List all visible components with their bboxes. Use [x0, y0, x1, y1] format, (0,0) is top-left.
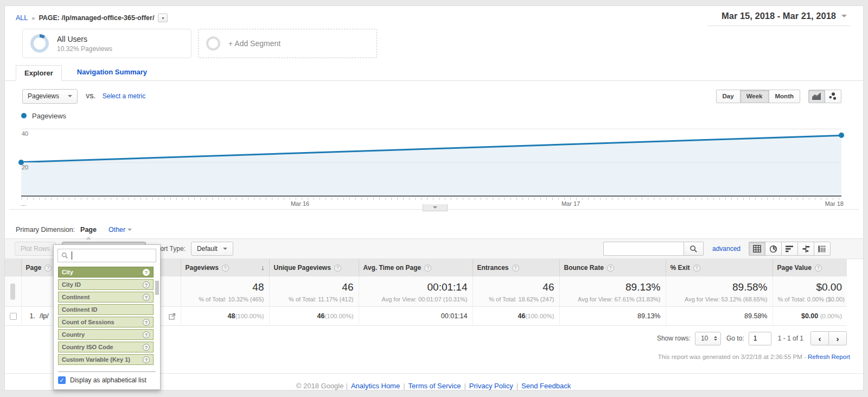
caret-down-icon	[433, 206, 437, 211]
chart-svg	[21, 124, 841, 196]
column-header-avg-time-on-page[interactable]: Avg. Time on Page?	[359, 259, 473, 276]
view-percentage-button[interactable]	[765, 242, 782, 256]
sort-desc-icon[interactable]: ↓	[261, 263, 265, 272]
row-checkbox[interactable]	[10, 313, 17, 320]
footer-link-feedback[interactable]: Send Feedback	[521, 382, 571, 390]
page-range-text: 1 - 1 of 1	[778, 335, 803, 342]
view-pivot-button[interactable]	[814, 242, 831, 256]
dimension-item-country[interactable]: Country ?	[58, 329, 154, 340]
x-label-mar17: Mar 17	[561, 200, 580, 207]
sort-type-dropdown[interactable]: Default	[191, 242, 233, 256]
prev-page-button[interactable]: ‹	[810, 331, 829, 345]
x-axis-ticks	[21, 198, 841, 200]
goto-page-input[interactable]	[749, 332, 771, 345]
column-header-page-value[interactable]: Page Value?	[773, 259, 847, 276]
data-point-dot[interactable]	[839, 133, 844, 138]
date-range-selector[interactable]: Mar 15, 2018 - Mar 21, 2018	[707, 10, 850, 26]
show-rows-value: 10	[701, 335, 708, 342]
help-icon[interactable]: ?	[607, 264, 614, 272]
column-header-pageviews[interactable]: Pageviews? ↓	[181, 259, 269, 276]
segment-all-users[interactable]: All Users 10.32% Pageviews	[22, 29, 192, 58]
column-header-entrances[interactable]: Entrances?	[473, 259, 559, 276]
data-point-dot[interactable]	[18, 160, 24, 165]
dimension-item-country-iso-code[interactable]: Country ISO Code ?	[58, 342, 154, 352]
add-segment-button[interactable]: + Add Segment	[198, 29, 377, 58]
next-page-button[interactable]: ›	[828, 331, 847, 345]
chart-collapse-handle[interactable]	[423, 204, 448, 211]
help-icon[interactable]: ?	[143, 356, 150, 363]
summary-sub: % of Total: 18.62% (247)	[478, 296, 554, 303]
line-chart-button[interactable]	[808, 90, 825, 103]
date-range-text: Mar 15, 2018 - Mar 21, 2018	[722, 11, 836, 21]
granularity-month-button[interactable]: Month	[769, 90, 800, 103]
dimension-item-city-id[interactable]: City ID ?	[58, 279, 154, 290]
metric-dropdown[interactable]: Pageviews	[22, 89, 78, 104]
column-header-pct-exit[interactable]: % Exit?	[666, 259, 773, 276]
page-path-link[interactable]: /lp/	[40, 312, 49, 320]
footer-link-privacy[interactable]: Privacy Policy	[469, 382, 513, 390]
table-search-input[interactable]	[603, 242, 684, 256]
footer-link-analytics-home[interactable]: Analytics Home	[351, 382, 400, 390]
breadcrumb-all-link[interactable]: ALL	[16, 14, 28, 22]
column-header-bounce-rate[interactable]: Bounce Rate?	[559, 259, 666, 276]
search-icon	[690, 245, 698, 253]
summary-pageviews: 48 % of Total: 10.32% (465)	[181, 276, 269, 307]
motion-chart-button[interactable]	[825, 90, 841, 103]
help-icon[interactable]: ?	[143, 344, 150, 351]
show-rows-select[interactable]: 10	[695, 332, 721, 345]
alphabetical-list-option[interactable]: ✓ Display as alphabetical list	[54, 372, 160, 389]
dimension-item-count-of-sessions[interactable]: Count of Sessions ?	[58, 317, 154, 327]
granularity-week-button[interactable]: Week	[740, 90, 769, 103]
open-page-external-icon[interactable]	[169, 313, 176, 320]
help-icon[interactable]: ?	[143, 269, 150, 276]
tab-explorer[interactable]: Explorer	[16, 65, 62, 81]
granularity-day-button[interactable]: Day	[716, 90, 741, 103]
segment-donut-icon	[30, 34, 49, 53]
column-header-unique-pageviews[interactable]: Unique Pageviews?	[269, 259, 359, 276]
help-icon[interactable]: ?	[44, 264, 52, 272]
footer-link-terms[interactable]: Terms of Service	[409, 382, 461, 390]
dimension-search-box[interactable]	[58, 249, 156, 262]
dimension-item-city[interactable]: City ?	[58, 267, 154, 278]
dimension-item-label: Country ISO Code	[62, 344, 113, 350]
summary-avg-time: 00:01:14 Avg for View: 00:01:07 (10.31%)	[359, 276, 473, 307]
plot-rows-button[interactable]: Plot Rows	[15, 242, 56, 256]
row-unique-pageviews: 46(100.00%)	[269, 307, 359, 326]
dimension-item-custom-variable-key1[interactable]: Custom Variable (Key 1) ?	[58, 354, 154, 365]
help-icon[interactable]: ?	[424, 264, 431, 272]
help-icon[interactable]: ?	[693, 264, 700, 272]
dropdown-scrollbar[interactable]	[155, 281, 159, 295]
help-icon[interactable]: ?	[143, 319, 150, 326]
checked-checkbox[interactable]: ✓	[58, 376, 66, 384]
help-icon[interactable]: ?	[143, 294, 150, 301]
caret-down-icon	[223, 248, 227, 252]
view-comparison-button[interactable]	[797, 242, 814, 256]
help-icon[interactable]: ?	[512, 264, 519, 272]
view-data-table-button[interactable]	[749, 242, 765, 256]
summary-sub: Avg for View: 67.61% (31.83%)	[565, 296, 661, 303]
primary-dimension-page[interactable]: Page	[80, 226, 97, 234]
table-search-button[interactable]	[684, 242, 704, 256]
help-icon[interactable]: ?	[143, 281, 150, 288]
refresh-report-link[interactable]: Refresh Report	[808, 354, 850, 360]
chart-plot[interactable]: 2040	[21, 124, 841, 197]
dimension-item-continent[interactable]: Continent ?	[58, 292, 154, 303]
performance-bars-icon	[786, 245, 794, 253]
help-icon[interactable]: ?	[222, 264, 229, 272]
dimension-item-label: City ID	[62, 281, 81, 288]
help-icon[interactable]: ?	[815, 264, 822, 272]
tab-navigation-summary[interactable]: Navigation Summary	[77, 68, 147, 80]
summary-value: 46	[478, 281, 554, 293]
breadcrumb-dropdown-button[interactable]: ▼	[158, 14, 168, 22]
secondary-dimension-dropdown: City ? City ID ? Continent ? Continent I…	[53, 244, 161, 390]
primary-dimension-other[interactable]: Other	[108, 226, 132, 234]
report-generated-text: This report was generated on 3/22/18 at …	[658, 354, 806, 360]
summary-value: 89.58%	[671, 281, 768, 293]
help-icon[interactable]: ?	[334, 264, 341, 272]
select-a-metric-link[interactable]: Select a metric	[103, 92, 145, 100]
select-all-header[interactable]	[5, 259, 21, 276]
advanced-search-link[interactable]: advanced	[712, 245, 741, 253]
dimension-item-continent-id[interactable]: Continent ID	[58, 304, 154, 315]
view-performance-button[interactable]	[781, 242, 798, 256]
help-icon[interactable]: ?	[143, 331, 150, 338]
